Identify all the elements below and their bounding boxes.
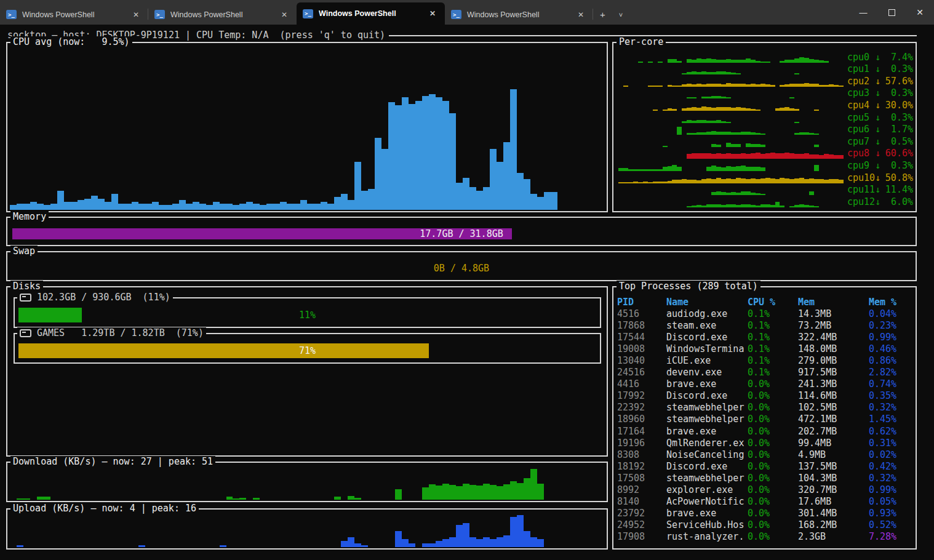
chart-bar bbox=[463, 523, 469, 547]
chart-bar bbox=[765, 204, 770, 207]
chart-bar bbox=[246, 202, 253, 210]
chart-bar bbox=[368, 189, 375, 210]
process-cell: 0.1% bbox=[748, 355, 798, 366]
close-button[interactable]: ✕ bbox=[906, 0, 934, 25]
process-cell: 73.2MB bbox=[798, 320, 869, 331]
chart-bar bbox=[409, 543, 415, 547]
process-cell: 0.31% bbox=[869, 438, 914, 449]
terminal-window: >_ Windows PowerShell ✕ >_ Windows Power… bbox=[0, 0, 934, 560]
top-processes-title: Top Processes (289 total) bbox=[617, 281, 760, 292]
chart-bar bbox=[442, 101, 449, 210]
chart-bar bbox=[814, 154, 819, 159]
chart-bar bbox=[490, 149, 497, 210]
cpu-avg-chart bbox=[10, 49, 604, 210]
chart-bar bbox=[497, 162, 503, 210]
chart-bar bbox=[361, 191, 368, 210]
tab-close-icon[interactable]: ✕ bbox=[575, 9, 587, 20]
chart-bar bbox=[334, 497, 341, 500]
process-cell: 0.0% bbox=[748, 438, 798, 449]
chart-bar bbox=[756, 167, 760, 172]
chart-bar bbox=[17, 498, 23, 500]
chart-bar bbox=[809, 154, 814, 159]
chart-bar bbox=[442, 484, 449, 500]
core-row: cpu8 ↓60.6% bbox=[618, 147, 913, 159]
process-cell: 0.0% bbox=[748, 473, 798, 484]
process-cell: 14.3MB bbox=[798, 308, 869, 319]
chart-bar bbox=[213, 202, 220, 210]
tab-title: Windows PowerShell bbox=[467, 10, 569, 19]
process-cell: devenv.exe bbox=[666, 367, 748, 378]
process-cell: 23792 bbox=[617, 508, 666, 519]
process-cell: 18192 bbox=[617, 461, 666, 472]
chart-bar bbox=[537, 197, 544, 210]
cpu-avg-title: CPU avg (now: 9.5%) bbox=[10, 36, 132, 47]
tab-close-icon[interactable]: ✕ bbox=[278, 9, 290, 20]
process-cell: brave.exe bbox=[666, 378, 748, 390]
process-cell: 4416 bbox=[617, 378, 666, 390]
core-label: cpu2 ↓57.6% bbox=[847, 76, 913, 87]
tab-close-icon[interactable]: ✕ bbox=[130, 9, 142, 20]
upload-panel: Upload (KB/s) — now: 4 | peak: 16 bbox=[6, 508, 608, 550]
tab-dropdown-button[interactable]: ˅ bbox=[612, 4, 629, 25]
chart-bar bbox=[716, 191, 721, 196]
chart-bar bbox=[711, 179, 716, 183]
chart-bar bbox=[551, 192, 557, 210]
tab-windows-powershell-2[interactable]: >_ Windows PowerShell ✕ bbox=[148, 4, 297, 25]
chart-bar bbox=[804, 179, 809, 183]
process-cell: 0.0% bbox=[748, 461, 798, 472]
chart-bar bbox=[497, 486, 503, 500]
terminal-content: socktop — host: DESKTOP-9P19121 | CPU Te… bbox=[0, 25, 934, 560]
chart-bar bbox=[327, 204, 334, 210]
new-tab-button[interactable]: + bbox=[593, 4, 612, 25]
column-header: Name bbox=[666, 297, 748, 308]
tab-close-icon[interactable]: ✕ bbox=[426, 8, 439, 19]
disks-panel: Disks 102.3GB / 930.6GB (11%) 11% GAMES … bbox=[6, 286, 608, 457]
chart-bar bbox=[111, 194, 118, 210]
chart-bar bbox=[789, 153, 794, 159]
chart-bar bbox=[132, 202, 138, 210]
chart-bar bbox=[687, 154, 692, 159]
chart-bar bbox=[388, 102, 395, 210]
maximize-button[interactable] bbox=[877, 0, 906, 25]
process-cell: steam.exe bbox=[666, 320, 748, 331]
process-cell: 168.2MB bbox=[798, 519, 869, 530]
chart-bar bbox=[300, 200, 307, 210]
app-header: socktop — host: DESKTOP-9P19121 | CPU Te… bbox=[7, 30, 917, 41]
tab-windows-powershell-3-active[interactable]: >_ Windows PowerShell ✕ bbox=[297, 2, 445, 25]
disk-games-gauge: 71% bbox=[18, 343, 596, 358]
chart-bar bbox=[37, 497, 44, 500]
chart-bar bbox=[809, 206, 814, 207]
chart-bar bbox=[91, 196, 98, 210]
minimize-button[interactable]: — bbox=[849, 0, 877, 25]
chart-bar bbox=[449, 537, 456, 547]
swap-gauge: 0B / 4.8GB bbox=[12, 263, 911, 274]
chart-bar bbox=[721, 154, 726, 159]
chart-bar bbox=[105, 202, 111, 210]
chart-bar bbox=[716, 153, 721, 159]
chart-bar bbox=[490, 485, 497, 500]
chart-bar bbox=[226, 497, 233, 500]
core-label: cpu6 ↓1.7% bbox=[847, 124, 913, 135]
column-header: Mem bbox=[798, 297, 869, 308]
memory-panel: Memory 17.7GB / 31.8GB bbox=[6, 217, 917, 246]
chart-bar bbox=[819, 155, 824, 159]
process-cell: 472.1MB bbox=[798, 414, 869, 425]
chart-bar bbox=[469, 485, 476, 500]
process-cell: 0.0% bbox=[748, 508, 798, 519]
core-label: cpu10↓50.8% bbox=[847, 173, 913, 183]
chart-bar bbox=[395, 489, 402, 500]
process-cell: 137.5MB bbox=[798, 461, 869, 472]
disk-c-header: 102.3GB / 930.6GB (11%) bbox=[17, 292, 173, 303]
chart-bar bbox=[775, 179, 780, 183]
chart-bar bbox=[456, 183, 463, 210]
tab-windows-powershell-1[interactable]: >_ Windows PowerShell ✕ bbox=[0, 4, 148, 25]
chart-bar bbox=[716, 178, 721, 183]
chart-bar bbox=[253, 498, 260, 500]
chart-bar bbox=[770, 153, 775, 159]
chart-bar bbox=[756, 153, 760, 159]
chart-bar bbox=[789, 179, 794, 183]
tab-windows-powershell-4[interactable]: >_ Windows PowerShell ✕ bbox=[445, 4, 593, 25]
chart-bar bbox=[429, 94, 436, 210]
process-cell: 0.0% bbox=[748, 519, 798, 530]
chart-bar bbox=[780, 206, 784, 207]
